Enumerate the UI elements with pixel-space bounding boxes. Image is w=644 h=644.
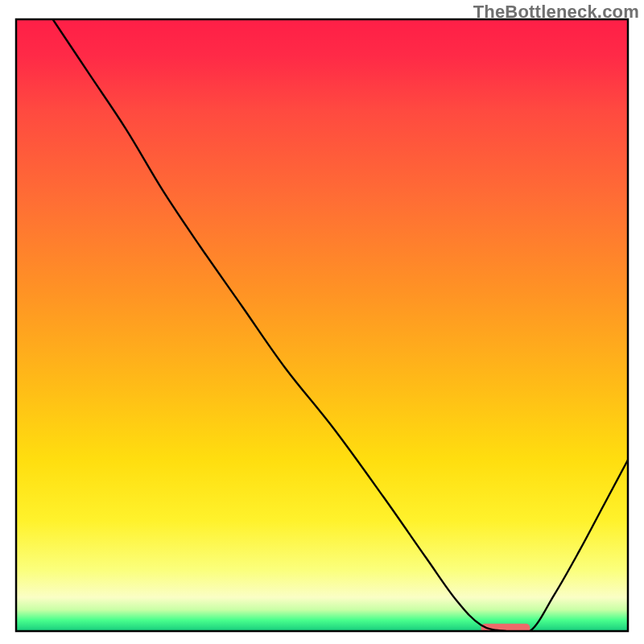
chart-container: TheBottleneck.com	[0, 0, 644, 644]
plot-background-gradient	[16, 19, 628, 631]
chart-svg	[0, 0, 644, 644]
watermark-label: TheBottleneck.com	[473, 2, 639, 23]
